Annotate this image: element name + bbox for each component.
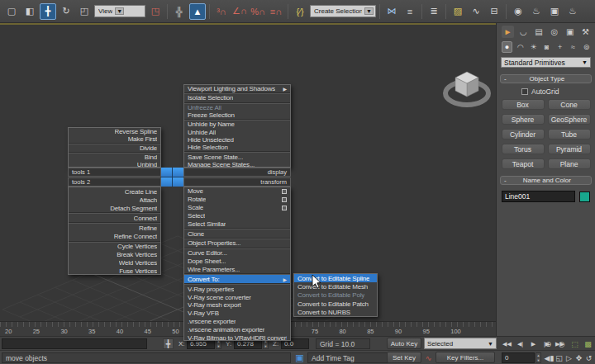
scene-explorer-icon[interactable]: ▨ bbox=[450, 3, 466, 20]
window-crossing-icon[interactable]: ◧ bbox=[21, 3, 38, 20]
material-editor-icon[interactable]: ◉ bbox=[510, 3, 526, 20]
primitives-dropdown[interactable]: Standard Primitives ▼ bbox=[501, 57, 591, 68]
transform-gizmo-icon[interactable]: ╋ bbox=[163, 338, 174, 349]
menu-item[interactable]: Hide Unselected bbox=[184, 136, 290, 144]
menu-item[interactable]: Unhide by Name bbox=[184, 121, 290, 128]
menu-item[interactable]: Bind bbox=[69, 154, 160, 161]
zoom-icon[interactable]: ⊕ bbox=[543, 338, 554, 349]
menu-item[interactable]: Refine bbox=[69, 224, 160, 232]
snap-toggle-3d-icon[interactable]: ³∩ bbox=[213, 3, 230, 20]
menu-item[interactable]: Detach Segment bbox=[69, 204, 160, 212]
selection-region-icon[interactable]: ▢ bbox=[3, 3, 20, 20]
select-arrow-icon[interactable]: ▷ bbox=[565, 352, 573, 363]
auto-key-button[interactable]: Auto Key bbox=[387, 338, 421, 349]
menu-item[interactable]: Convert to Editable Spline bbox=[294, 274, 377, 282]
name-color-rollout[interactable]: - Name and Color bbox=[500, 176, 592, 185]
selection-set-key-dropdown[interactable]: Selected ▼ bbox=[424, 338, 497, 349]
object-type-button[interactable]: GeoSphere bbox=[548, 114, 591, 125]
zoom-extents-icon[interactable]: ⬚ bbox=[569, 338, 580, 349]
rendered-frame-window-icon[interactable]: ▣ bbox=[546, 3, 563, 20]
menu-item[interactable]: Convert to NURBS bbox=[294, 309, 377, 317]
menu-item[interactable]: .vrscene exporter bbox=[184, 318, 290, 326]
pivot-point-icon[interactable]: ◳ bbox=[147, 3, 164, 20]
menu-item[interactable]: Divide bbox=[69, 144, 160, 152]
menu-item[interactable]: Manage Scene States... bbox=[184, 161, 290, 168]
blue-box-icon[interactable]: ▣ bbox=[294, 352, 305, 363]
object-type-button[interactable]: Box bbox=[502, 99, 545, 110]
category-cameras-icon[interactable]: ◙ bbox=[541, 41, 552, 53]
autogrid-checkbox[interactable] bbox=[521, 88, 528, 95]
key-filters-button[interactable]: Key Filters... bbox=[436, 352, 495, 363]
render-setup-icon[interactable]: ♨ bbox=[528, 3, 545, 20]
menu-item[interactable]: Freeze Selection bbox=[184, 111, 290, 119]
menu-item[interactable]: Unfreeze All bbox=[184, 104, 290, 111]
settings-box-icon[interactable] bbox=[282, 189, 287, 194]
view-dropdown[interactable]: View ▼ bbox=[94, 5, 145, 17]
quad-header-tools1[interactable]: tools 1 bbox=[68, 168, 161, 177]
prompt-field[interactable] bbox=[2, 338, 147, 349]
select-move-icon[interactable]: ╋ bbox=[40, 3, 56, 20]
object-type-button[interactable]: Cone bbox=[548, 99, 591, 110]
orbit-icon[interactable]: ↺ bbox=[585, 352, 593, 363]
tab-display[interactable]: ▣ bbox=[564, 26, 576, 38]
chevron-down-icon[interactable]: ▼ bbox=[364, 7, 374, 15]
menu-item[interactable]: Attach bbox=[69, 196, 160, 204]
settings-box-icon[interactable] bbox=[282, 197, 287, 202]
named-selection-set-dropdown[interactable]: Create Selection Se ▼ bbox=[310, 5, 376, 17]
object-type-button[interactable]: Pyramid bbox=[548, 144, 591, 154]
menu-item[interactable]: V-Ray VFB bbox=[184, 310, 290, 318]
menu-item[interactable]: Convert To: ▶ bbox=[184, 275, 290, 283]
category-systems-icon[interactable]: ⊚ bbox=[581, 41, 592, 53]
category-spacewarps-icon[interactable]: ≈ bbox=[568, 41, 578, 53]
menu-item[interactable]: Save Scene State... bbox=[184, 153, 290, 160]
menu-item[interactable]: Scale bbox=[184, 204, 290, 212]
menu-item[interactable]: .vrscene animation exporter bbox=[184, 326, 290, 334]
edit-named-selections-icon[interactable]: {∕} bbox=[292, 3, 308, 20]
menu-item[interactable]: Viewport Lighting and Shadows ▶ bbox=[184, 85, 290, 92]
key-mode-toggle-icon[interactable]: ◀▮ bbox=[545, 352, 553, 363]
menu-item[interactable]: Isolate Selection bbox=[184, 94, 290, 102]
menu-item[interactable]: Create Line bbox=[69, 187, 160, 196]
menu-item[interactable]: Convert to Editable Patch bbox=[294, 300, 377, 308]
pan-hand-icon[interactable]: ✥ bbox=[575, 352, 583, 363]
category-lights-icon[interactable]: ☀ bbox=[528, 41, 539, 53]
menu-item[interactable]: Hide Selection bbox=[184, 144, 290, 151]
menu-item[interactable]: Fuse Vertices bbox=[69, 267, 160, 275]
select-scale-icon[interactable]: ◰ bbox=[76, 3, 93, 20]
tab-create[interactable]: ► bbox=[502, 26, 514, 38]
menu-item[interactable]: Refine Connect bbox=[69, 232, 160, 240]
menu-item[interactable]: Convert to Editable Poly bbox=[294, 291, 377, 300]
key-filters-curve-icon[interactable]: ∿ bbox=[423, 352, 434, 363]
menu-item[interactable]: Unhide All bbox=[184, 128, 290, 135]
category-geometry-icon[interactable]: ● bbox=[502, 41, 512, 53]
set-key-button[interactable]: Set Key bbox=[387, 352, 421, 363]
object-type-button[interactable]: Cylinder bbox=[502, 129, 545, 139]
menu-item[interactable]: V-Ray properties bbox=[184, 285, 290, 293]
object-color-swatch[interactable] bbox=[579, 191, 590, 202]
play-icon[interactable]: ▶ bbox=[528, 338, 539, 349]
align-icon[interactable]: ≡ bbox=[402, 3, 418, 20]
category-shapes-icon[interactable]: ◠ bbox=[515, 41, 526, 53]
menu-item[interactable]: Clone bbox=[184, 229, 290, 238]
object-type-button[interactable]: Teapot bbox=[502, 158, 545, 169]
menu-item[interactable]: V-Ray Bitmap to VRayHDRI converter bbox=[184, 333, 290, 341]
layer-manager-icon[interactable]: ≣ bbox=[426, 3, 442, 20]
quad-menu-center[interactable] bbox=[161, 168, 183, 187]
zoom-all-icon[interactable]: ◎ bbox=[556, 338, 567, 349]
previous-frame-icon[interactable]: ◀| bbox=[515, 338, 526, 349]
mirror-icon[interactable]: ⋈ bbox=[383, 3, 400, 20]
zoom-extents-all-icon[interactable]: ▩ bbox=[583, 338, 593, 349]
quad-header-transform[interactable]: transform bbox=[183, 177, 291, 187]
menu-item[interactable]: Dope Sheet... bbox=[184, 258, 290, 266]
tab-hierarchy[interactable]: ▤ bbox=[533, 26, 545, 38]
menu-item[interactable]: V-Ray mesh export bbox=[184, 301, 290, 310]
object-name-field[interactable]: Line001 bbox=[502, 191, 575, 202]
curve-editor-icon[interactable]: ∿ bbox=[468, 3, 484, 20]
chevron-down-icon[interactable]: ▼ bbox=[488, 341, 493, 347]
menu-item[interactable]: Curve Editor... bbox=[184, 249, 290, 258]
menu-item[interactable]: Convert to Editable Mesh bbox=[294, 282, 377, 291]
tab-modify[interactable]: ◡ bbox=[517, 26, 530, 38]
menu-item[interactable]: Move bbox=[184, 187, 290, 196]
menu-item[interactable]: Wire Parameters... bbox=[184, 266, 290, 274]
menu-item[interactable]: V-Ray scene converter bbox=[184, 293, 290, 301]
